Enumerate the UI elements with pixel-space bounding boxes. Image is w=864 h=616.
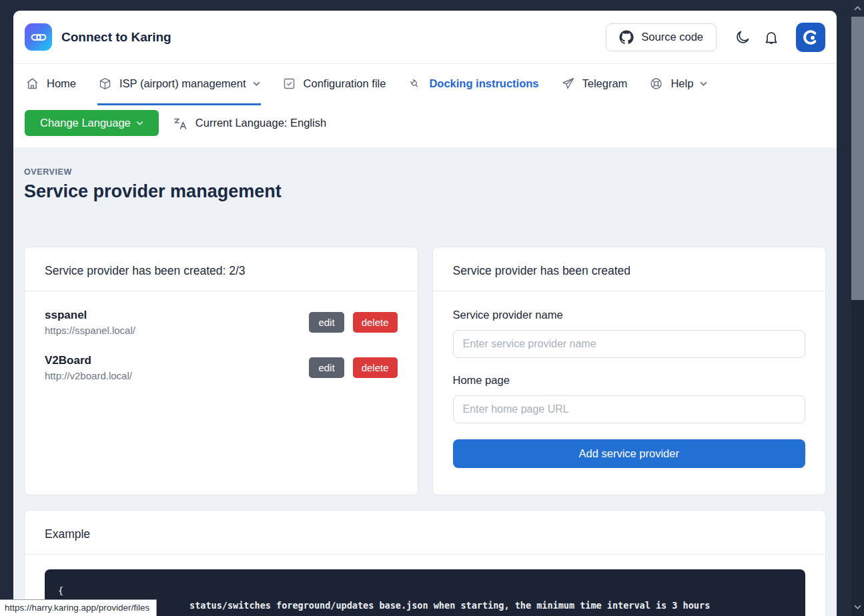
package-icon <box>98 77 112 91</box>
edit-provider-button[interactable]: edit <box>309 312 344 333</box>
tab-isp-management[interactable]: ISP (airport) management <box>97 64 261 105</box>
tab-telegram[interactable]: Telegram <box>560 64 628 105</box>
main-nav: Home ISP (airport) management Configurat… <box>13 64 837 105</box>
chevron-down-icon <box>700 80 707 87</box>
check-square-icon <box>282 77 296 91</box>
home-page-label: Home page <box>453 374 806 387</box>
chevron-down-icon <box>136 119 143 127</box>
providers-card-body: sspanel https://sspanel.local/ edit dele… <box>25 291 418 417</box>
home-page-input[interactable] <box>453 395 806 423</box>
delete-provider-button[interactable]: delete <box>353 312 398 333</box>
app-logo <box>25 23 52 51</box>
providers-card-title: Service provider has been created: 2/3 <box>25 247 418 291</box>
tab-configuration-file-label: Configuration file <box>304 77 386 90</box>
header-actions: Source code <box>606 23 825 52</box>
plug-icon <box>408 77 422 91</box>
code-line: { <box>58 583 792 598</box>
bell-icon <box>763 29 779 45</box>
source-code-label: Source code <box>641 31 703 43</box>
scroll-up-button[interactable] <box>851 0 864 17</box>
tab-telegram-label: Telegram <box>582 77 628 90</box>
notifications-button[interactable] <box>763 29 779 45</box>
scrollbar-thumb[interactable] <box>851 17 864 300</box>
tab-home-label: Home <box>47 77 76 90</box>
source-code-button[interactable]: Source code <box>606 23 717 51</box>
current-language-label: Current Language: English <box>195 117 326 129</box>
life-ring-icon <box>649 77 663 91</box>
app-title: Connect to Karing <box>61 30 171 45</box>
example-code-block: { status/switches foreground/updates bas… <box>45 569 805 616</box>
scroll-down-button[interactable] <box>851 598 864 616</box>
provider-name: sspanel <box>45 309 135 322</box>
app-window: Connect to Karing Source code <box>13 11 837 616</box>
provider-name-input[interactable] <box>453 330 806 358</box>
provider-info: sspanel https://sspanel.local/ <box>45 309 135 336</box>
provider-info: V2Board http://v2board.local/ <box>45 354 132 381</box>
tab-configuration-file[interactable]: Configuration file <box>282 64 387 105</box>
add-provider-card-title: Service provider has been created <box>433 247 826 291</box>
change-language-label: Change Language <box>40 117 131 129</box>
tab-help[interactable]: Help <box>649 64 708 105</box>
providers-card: Service provider has been created: 2/3 s… <box>24 247 418 495</box>
page-title: Service provider management <box>24 181 826 202</box>
provider-row: V2Board http://v2board.local/ edit delet… <box>45 354 398 381</box>
user-avatar[interactable] <box>796 23 825 52</box>
karing-avatar-icon <box>801 28 820 47</box>
provider-url: https://sspanel.local/ <box>45 325 135 336</box>
tab-isp-management-label: ISP (airport) management <box>119 77 246 90</box>
tab-help-label: Help <box>671 77 693 90</box>
overview-eyebrow: OVERVIEW <box>24 167 826 177</box>
chevron-up-icon <box>854 6 861 11</box>
chevron-down-icon <box>253 80 260 87</box>
translate-icon <box>172 115 188 131</box>
top-section: Connect to Karing Source code <box>13 11 837 147</box>
send-icon <box>561 77 575 91</box>
chevron-down-icon <box>854 605 861 609</box>
add-service-provider-button[interactable]: Add service provider <box>453 439 806 468</box>
current-language: Current Language: English <box>172 115 326 131</box>
example-card-title: Example <box>25 511 825 555</box>
tab-docking-instructions[interactable]: Docking instructions <box>407 64 539 105</box>
change-language-button[interactable]: Change Language <box>25 110 159 136</box>
tab-home[interactable]: Home <box>25 64 77 105</box>
cards-row: Service provider has been created: 2/3 s… <box>24 247 826 495</box>
provider-actions: edit delete <box>309 357 397 378</box>
page-content: OVERVIEW Service provider management Ser… <box>13 147 837 616</box>
tab-docking-instructions-label: Docking instructions <box>429 77 538 90</box>
home-icon <box>25 77 39 91</box>
edit-provider-button[interactable]: edit <box>309 357 344 378</box>
chain-link-icon <box>30 29 47 46</box>
language-bar: Change Language Current Language: Englis… <box>13 105 837 147</box>
provider-name-label: Service provider name <box>453 309 806 321</box>
status-url-tooltip: https://harry.karing.app/provider/files <box>0 599 157 616</box>
moon-icon <box>735 29 751 45</box>
add-provider-form: Service provider name Home page Add serv… <box>433 291 826 485</box>
code-line: status/switches foreground/updates base.… <box>189 598 792 613</box>
delete-provider-button[interactable]: delete <box>353 357 398 378</box>
theme-toggle-button[interactable] <box>735 29 751 45</box>
github-icon <box>619 30 634 45</box>
provider-name: V2Board <box>45 354 132 367</box>
vertical-scrollbar[interactable] <box>851 0 864 616</box>
add-provider-card: Service provider has been created Servic… <box>432 247 827 495</box>
app-header: Connect to Karing Source code <box>13 11 837 64</box>
provider-actions: edit delete <box>309 312 397 333</box>
provider-url: http://v2board.local/ <box>45 370 132 381</box>
page: { "window": { "status_url": "https://har… <box>0 0 864 616</box>
provider-row: sspanel https://sspanel.local/ edit dele… <box>45 309 398 336</box>
